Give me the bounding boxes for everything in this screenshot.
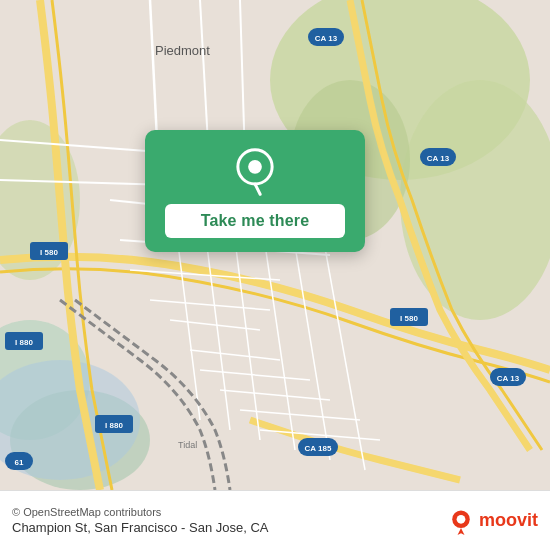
svg-text:CA 185: CA 185 (305, 444, 332, 453)
svg-point-50 (248, 160, 262, 174)
bottom-address: Champion St, San Francisco - San Jose, C… (12, 520, 447, 535)
bottom-bar: © OpenStreetMap contributors Champion St… (0, 490, 550, 550)
svg-text:CA 13: CA 13 (497, 374, 520, 383)
svg-text:I 580: I 580 (40, 248, 58, 257)
svg-point-52 (457, 514, 466, 523)
svg-text:CA 13: CA 13 (427, 154, 450, 163)
svg-text:61: 61 (15, 458, 24, 467)
moovit-logo: moovit (447, 507, 538, 535)
svg-text:CA 13: CA 13 (315, 34, 338, 43)
copyright-text: © OpenStreetMap contributors (12, 506, 447, 518)
svg-text:Piedmont: Piedmont (155, 43, 210, 58)
svg-text:I 580: I 580 (400, 314, 418, 323)
moovit-icon (447, 507, 475, 535)
svg-text:Tidal: Tidal (178, 440, 197, 450)
popup-card: Take me there (145, 130, 365, 252)
take-me-there-button[interactable]: Take me there (165, 204, 345, 238)
svg-text:I 880: I 880 (15, 338, 33, 347)
svg-text:I 880: I 880 (105, 421, 123, 430)
map-container: I 580 I 880 CA 13 CA 13 CA 13 I 580 I 88… (0, 0, 550, 490)
pin-icon (231, 148, 279, 196)
moovit-text: moovit (479, 510, 538, 531)
